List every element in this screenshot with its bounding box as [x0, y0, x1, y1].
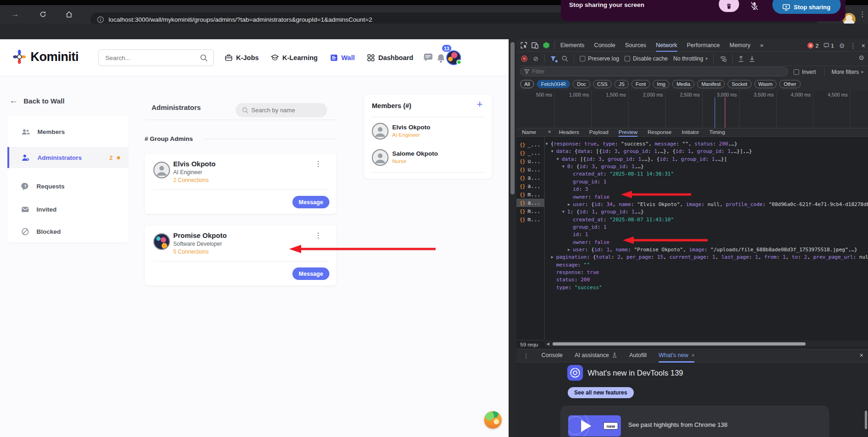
browser-menu-icon[interactable]: ⋮ [856, 5, 868, 24]
inspect-element-icon[interactable] [518, 40, 529, 51]
devtools-settings-icon[interactable]: ⚙ [839, 42, 845, 49]
detail-tab-payload[interactable]: Payload [589, 128, 608, 137]
admin-search-input[interactable] [251, 107, 316, 114]
request-row[interactable]: {}m... [516, 215, 544, 224]
nav-item-k-learning[interactable]: K-Learning [271, 54, 318, 62]
detail-tab-headers[interactable]: Headers [559, 128, 579, 137]
filter-funnel-icon[interactable] [550, 56, 556, 61]
devtools-tab-memory[interactable]: Memory [729, 39, 750, 52]
filter-chip-fetchxhr[interactable]: Fetch/XHR [537, 80, 570, 88]
filter-chip-js[interactable]: JS [614, 80, 629, 88]
filter-chip-css[interactable]: CSS [593, 80, 612, 88]
member-row[interactable]: Salome OkpotoNurse [372, 149, 484, 170]
drawer-scrollbar-thumb[interactable] [865, 411, 867, 429]
add-member-button[interactable]: + [477, 98, 483, 110]
request-row[interactable]: {}a... [516, 174, 544, 182]
issues-badge[interactable]: 1 [824, 43, 834, 49]
import-har-icon[interactable] [738, 55, 744, 62]
drawer-tab-console[interactable]: Console [541, 349, 563, 363]
collapse-arrow-icon[interactable]: ▼ [546, 140, 551, 147]
detail-tab-initiator[interactable]: Initiator [682, 128, 699, 137]
filter-chip-doc[interactable]: Doc [573, 80, 590, 88]
request-row[interactable]: {}m... [516, 190, 544, 199]
card-menu-icon[interactable]: ⋮ [315, 160, 322, 168]
request-row[interactable]: {}a... [516, 182, 544, 190]
card-menu-icon[interactable]: ⋮ [315, 232, 322, 239]
drawer-tab-what-s-new[interactable]: What's new× [659, 349, 695, 363]
devtools-tab-console[interactable]: Console [594, 39, 615, 52]
invert-checkbox[interactable]: Invert [794, 69, 816, 75]
drawer-menu-icon[interactable]: ⋮ [523, 352, 529, 359]
sidebar-item-requests[interactable]: ?Requests [7, 176, 128, 197]
collapse-arrow-icon[interactable]: ▼ [562, 208, 567, 215]
page-scrollbar[interactable] [509, 39, 516, 437]
notifications-bell-icon[interactable] [437, 54, 445, 63]
filter-chip-font[interactable]: Font [631, 80, 650, 88]
stop-sharing-button[interactable]: Stop sharing [772, 0, 841, 14]
error-badge[interactable]: ×2 [807, 42, 818, 49]
sidebar-item-blocked[interactable]: Blocked [7, 221, 128, 242]
beach-widget-icon[interactable] [484, 411, 502, 429]
filter-chip-media[interactable]: Media [672, 80, 694, 88]
collapse-arrow-icon[interactable]: ▼ [562, 163, 567, 170]
page-scrollbar-thumb[interactable] [510, 42, 515, 194]
mic-off-icon[interactable] [749, 1, 759, 11]
kominiti-logo[interactable]: Kominiti [12, 49, 79, 65]
extension-hexagon-icon[interactable] [540, 40, 552, 51]
devtools-tab-sources[interactable]: Sources [625, 39, 646, 52]
close-tab-icon[interactable]: × [692, 352, 694, 358]
app-search-box[interactable] [98, 49, 214, 66]
drawer-tab-autofill[interactable]: Autofill [629, 349, 647, 363]
close-detail-icon[interactable]: × [548, 129, 551, 134]
messages-icon[interactable] [423, 53, 433, 62]
device-toolbar-icon[interactable] [529, 40, 540, 51]
more-tabs-chevron-icon[interactable]: » [760, 39, 763, 52]
expand-arrow-icon[interactable]: ▶ [568, 246, 573, 253]
expand-arrow-icon[interactable]: ▶ [568, 201, 573, 208]
disable-cache-checkbox[interactable]: Disable cache [625, 55, 668, 62]
message-button[interactable]: Message [292, 196, 329, 208]
site-info-icon[interactable] [97, 16, 104, 23]
request-row[interactable]: {}_... [516, 149, 544, 157]
network-conditions-icon[interactable] [719, 55, 727, 62]
collapse-arrow-icon[interactable]: ▼ [557, 156, 562, 163]
devtools-tab-performance[interactable]: Performance [687, 39, 720, 52]
name-column-header[interactable]: Name [522, 129, 536, 135]
export-har-icon[interactable] [749, 55, 755, 62]
search-network-icon[interactable] [562, 55, 568, 62]
filter-chip-all[interactable]: All [520, 80, 534, 88]
network-filter-input[interactable] [532, 68, 763, 75]
devtools-close-icon[interactable]: × [862, 42, 865, 49]
drawer-close-icon[interactable]: × [860, 352, 863, 359]
request-row[interactable]: {}_... [516, 140, 544, 149]
filter-chip-img[interactable]: Img [653, 80, 669, 88]
forward-button[interactable]: → [8, 5, 22, 24]
reload-button[interactable] [36, 5, 50, 24]
preserve-log-checkbox[interactable]: Preserve log [580, 55, 619, 62]
nav-item-dashboard[interactable]: Dashboard [367, 54, 413, 62]
sidebar-item-members[interactable]: Members [7, 121, 128, 142]
request-row[interactable]: {}m... [516, 207, 544, 215]
message-button[interactable]: Message [292, 267, 329, 280]
clear-network-icon[interactable]: ⊘ [533, 55, 539, 62]
network-overview-timeline[interactable]: 500 ms1,000 ms1,500 ms2,000 ms2,500 ms3,… [516, 91, 868, 128]
raise-hand-button[interactable] [719, 0, 739, 12]
nav-item-k-jobs[interactable]: K-Jobs [225, 54, 259, 62]
collapse-arrow-icon[interactable]: ▼ [551, 148, 556, 155]
more-filters-dropdown[interactable]: More filters▾ [832, 69, 863, 75]
detail-tab-preview[interactable]: Preview [619, 128, 637, 137]
scroll-left-arrow-icon[interactable]: ◀ [546, 342, 549, 346]
sidebar-item-invited[interactable]: Invited [7, 199, 128, 220]
app-search-input[interactable] [105, 55, 200, 61]
highlights-card[interactable]: new See past highlights from Chrome 138 [560, 406, 829, 437]
filter-chip-wasm[interactable]: Wasm [754, 80, 777, 88]
request-row[interactable]: {}u... [516, 157, 544, 165]
see-all-features-button[interactable]: See all new features [568, 387, 634, 398]
filter-chip-socket[interactable]: Socket [728, 80, 752, 88]
network-settings-icon[interactable]: ⚙ [858, 54, 864, 61]
preview-horizontal-scrollbar[interactable]: ◀ [545, 340, 868, 347]
expand-arrow-icon[interactable]: ▶ [551, 254, 556, 261]
home-button[interactable] [62, 5, 76, 24]
filter-chip-manifest[interactable]: Manifest [697, 80, 725, 88]
detail-tab-timing[interactable]: Timing [709, 128, 725, 137]
